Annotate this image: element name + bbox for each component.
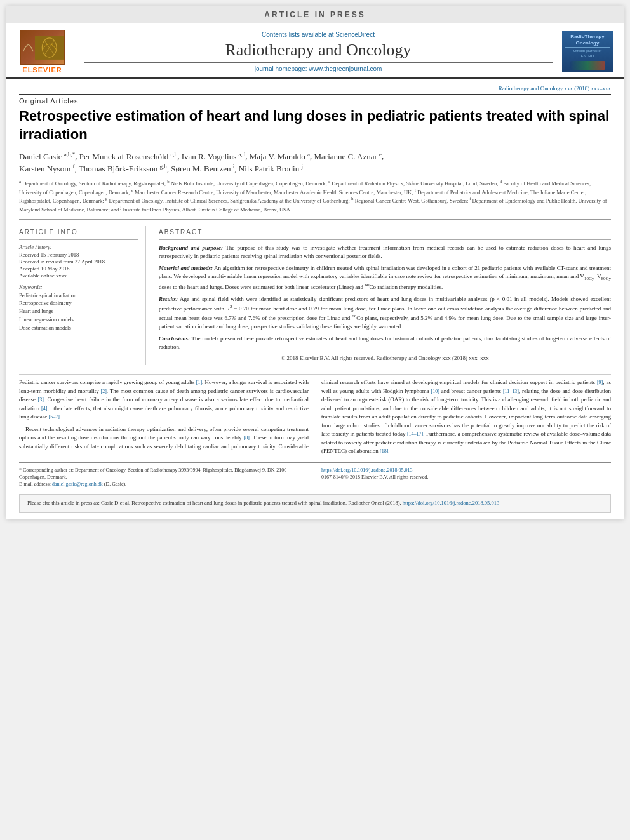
email-label: E-mail address:	[19, 481, 51, 487]
contents-label: Contents lists available at	[262, 31, 333, 38]
author-bentzen: Søren M. Bentzen i	[171, 164, 234, 173]
accepted-date: Accepted 10 May 2018	[19, 265, 138, 272]
main-content: Radiotherapy and Oncology xxx (2018) xxx…	[6, 79, 624, 519]
footnote-area: * Corresponding author at: Department of…	[19, 462, 611, 491]
journal-header: ELSEVIER Contents lists available at Sci…	[6, 23, 624, 79]
author-gasic: Daniel Gasic a,b,*	[19, 152, 75, 161]
footnote-links: https://doi.org/10.1016/j.radonc.2018.05…	[321, 467, 611, 481]
body-para-1: Pediatric cancer survivors comprise a ra…	[19, 378, 309, 422]
abstract-conclusions: Conclusions: The models presented here p…	[159, 335, 611, 351]
elsevier-logo: ELSEVIER	[20, 30, 65, 74]
keyword-3: Heart and lungs	[19, 307, 138, 316]
abstract-background: Background and purpose: The purpose of t…	[159, 244, 611, 260]
authors-list: Daniel Gasic a,b,*, Per Munck af Rosensc…	[19, 150, 611, 175]
corresponding-note: * Corresponding author at: Department of…	[19, 467, 286, 480]
elsevier-branding: ELSEVIER	[14, 29, 77, 75]
article-info-column: ARTICLE INFO Article history: Received 1…	[19, 226, 146, 365]
citation-link[interactable]: https://doi.org/10.1016/j.radonc.2018.05…	[403, 500, 499, 506]
author-rosenschold: Per Munck af Rosenschöld c,b	[79, 152, 177, 161]
background-text: The purpose of this study was to investi…	[159, 244, 611, 259]
info-divider	[19, 239, 138, 240]
abstract-title: ABSTRACT	[159, 229, 611, 236]
issn-text: 0167-8140/© 2018 Elsevier B.V. All right…	[321, 474, 611, 481]
article-title: Retrospective estimation of heart and lu…	[19, 107, 611, 143]
journal-name-main: Radiotherapy and Oncology	[225, 41, 411, 60]
author-maraldo: Maja V. Maraldo a	[250, 152, 310, 161]
article-info-title: ARTICLE INFO	[19, 229, 138, 236]
abstract-results: Results: Age and spinal field width were…	[159, 295, 611, 331]
body-text: Pediatric cancer survivors comprise a ra…	[19, 378, 611, 456]
section-label: Original Articles	[19, 94, 611, 105]
keyword-1: Pediatric spinal irradiation	[19, 291, 138, 300]
journal-divider	[84, 62, 553, 63]
author-bjork: Thomas Björk-Eriksson g,h	[79, 164, 167, 173]
background-label: Background and purpose:	[159, 244, 223, 251]
journal-ref: Radiotherapy and Oncology xxx (2018) xxx…	[19, 85, 611, 91]
author-aznar: Marianne C. Aznar e	[314, 152, 382, 161]
history-label: Article history:	[19, 244, 138, 250]
citation-box: Please cite this article in press as: Ga…	[19, 494, 611, 513]
received-date: Received 15 February 2018	[19, 251, 138, 258]
footnote-corresponding: * Corresponding author at: Department of…	[19, 467, 309, 488]
conclusions-text: The models presented here provide retros…	[159, 335, 611, 350]
citation-prefix: Please cite this article in press as: Ga…	[27, 500, 401, 506]
author-brodin: Nils Patrik Brodin j	[239, 164, 303, 173]
affiliations: a Department of Oncology, Section of Rad…	[19, 179, 611, 220]
aip-banner: ARTICLE IN PRESS	[6, 6, 624, 23]
homepage-url[interactable]: www.thegreenjournal.com	[309, 65, 382, 72]
author-nysom: Karsten Nysom f	[19, 164, 75, 173]
results-label: Results:	[159, 296, 178, 302]
doi-link[interactable]: https://doi.org/10.1016/j.radonc.2018.05…	[321, 467, 611, 474]
conclusions-label: Conclusions:	[159, 335, 190, 342]
elsevier-text: ELSEVIER	[22, 66, 62, 74]
article-page: ARTICLE IN PRESS ELSEVIER Content	[6, 6, 624, 519]
keyword-2: Retrospective dosimetry	[19, 299, 138, 307]
results-text: Age and spinal field width were identifi…	[159, 296, 611, 330]
email-link[interactable]: daniel.gasic@regionh.dk	[52, 481, 103, 487]
keywords-section: Keywords: Pediatric spinal irradiation R…	[19, 284, 138, 332]
abstract-divider	[159, 239, 611, 240]
journal-logo-right: RadioTherapyOncology Official journal of…	[559, 29, 616, 75]
journal-ref-link: Contents lists available at ScienceDirec…	[262, 31, 375, 38]
keyword-5: Dose estimation models	[19, 324, 138, 332]
body-section: Pediatric cancer survivors comprise a ra…	[19, 374, 611, 456]
elsevier-logo-art	[20, 30, 65, 65]
article-info-abstract: ARTICLE INFO Article history: Received 1…	[19, 226, 611, 365]
email-name: (D. Gasic).	[104, 481, 126, 487]
keyword-4: Linear regression models	[19, 316, 138, 324]
journal-homepage: journal homepage: www.thegreenjournal.co…	[255, 65, 382, 72]
revised-date: Received in revised form 27 April 2018	[19, 258, 138, 265]
author-vogelius: Ivan R. Vogelius a,d	[182, 152, 246, 161]
rt-oncology-logo-img: RadioTherapyOncology Official journal of…	[562, 31, 613, 72]
aip-text: ARTICLE IN PRESS	[264, 10, 365, 19]
keywords-label: Keywords:	[19, 284, 138, 290]
abstract-column: ABSTRACT Background and purpose: The pur…	[159, 226, 611, 365]
science-direct-link[interactable]: ScienceDirect	[335, 31, 375, 38]
methods-text: An algorithm for retrospective dosimetry…	[159, 265, 611, 290]
online-date: Available online xxxx	[19, 272, 138, 279]
methods-label: Material and methods:	[159, 265, 213, 271]
abstract-methods: Material and methods: An algorithm for r…	[159, 264, 611, 291]
journal-header-center: Contents lists available at ScienceDirec…	[77, 29, 559, 75]
abstract-copyright: © 2018 Elsevier B.V. All rights reserved…	[159, 355, 611, 361]
